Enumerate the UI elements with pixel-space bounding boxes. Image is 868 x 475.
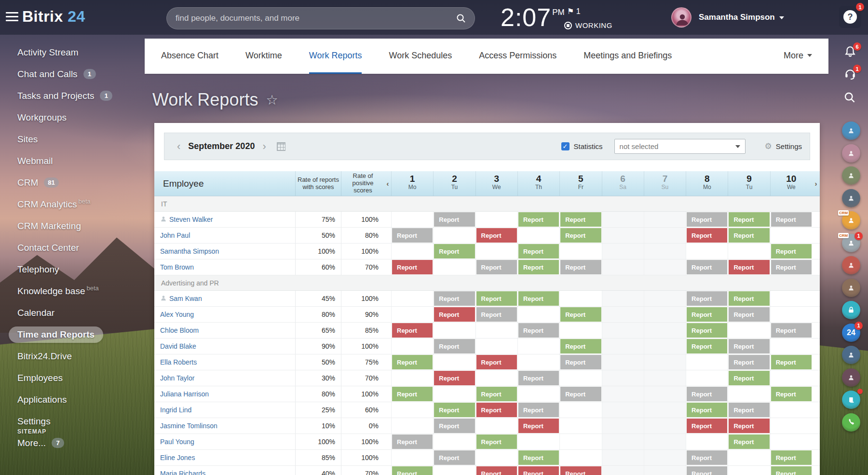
tab-worktime[interactable]: Worktime	[245, 39, 282, 74]
rail-item-b24-9[interactable]: 241	[842, 324, 860, 342]
sidebar-item-workgroups[interactable]: Workgroups	[17, 107, 145, 128]
user-avatar[interactable]	[671, 7, 692, 27]
sidebar-item-crm-marketing[interactable]: CRM Marketing	[17, 215, 145, 237]
report-link-gray[interactable]: Report	[729, 355, 769, 369]
report-link-gray[interactable]: Report	[687, 260, 727, 274]
report-link-green[interactable]: Report	[476, 434, 517, 449]
report-link-green[interactable]: Report	[392, 466, 433, 475]
report-link-red[interactable]: Report	[434, 371, 475, 385]
report-link-green[interactable]: Report	[729, 228, 769, 243]
employee-name-cell[interactable]: Sam Kwan	[154, 291, 295, 306]
employee-name-cell[interactable]: John Taylor	[154, 370, 295, 386]
sidebar-item-chat-and-calls[interactable]: Chat and Calls1	[17, 63, 145, 85]
favorite-star-icon[interactable]: ☆	[266, 92, 278, 108]
report-link-red[interactable]: Report	[518, 419, 559, 433]
report-link-gray[interactable]: Report	[687, 466, 727, 475]
notifications-button[interactable]: 6	[844, 45, 856, 60]
report-link-green[interactable]: Report	[434, 244, 475, 258]
sidebar-item-telephony[interactable]: Telephony	[17, 258, 145, 280]
employee-name-cell[interactable]: Samantha Simpson	[154, 244, 295, 259]
employee-name-cell[interactable]: Alex Young	[154, 307, 295, 322]
employee-name-link[interactable]: Ella Roberts	[160, 358, 197, 366]
report-link-green[interactable]: Report	[560, 307, 601, 322]
report-link-green[interactable]: Report	[687, 339, 727, 353]
report-link-red[interactable]: Report	[729, 260, 769, 274]
employee-name-cell[interactable]: Paul Young	[154, 434, 295, 449]
report-link-red[interactable]: Report	[476, 355, 517, 369]
rail-item-avatar-7[interactable]	[842, 279, 860, 297]
tab-access-permissions[interactable]: Access Permissions	[479, 39, 556, 74]
rail-search-button[interactable]	[844, 92, 855, 105]
help-button[interactable]: ? 1	[839, 6, 861, 28]
report-link-gray[interactable]: Report	[729, 339, 769, 353]
sidebar-item-crm[interactable]: CRM81	[17, 172, 145, 193]
rail-item-phone-13[interactable]	[842, 413, 860, 432]
report-link-green[interactable]: Report	[771, 355, 812, 369]
report-link-gray[interactable]: Report	[518, 403, 559, 417]
employee-name-cell[interactable]: Tom Brown	[154, 259, 295, 275]
employee-name-link[interactable]: David Blake	[160, 342, 196, 350]
report-link-green[interactable]: Report	[729, 291, 769, 306]
scroll-days-right-button[interactable]: ›	[812, 171, 820, 196]
employee-name-link[interactable]: Maria Richards	[160, 470, 205, 475]
report-link-gray[interactable]: Report	[729, 307, 769, 322]
bitrix24-logo[interactable]: Bitrix 24	[22, 8, 85, 26]
report-link-green[interactable]: Report	[687, 307, 727, 322]
report-link-green[interactable]: Report	[771, 450, 812, 465]
report-link-red[interactable]: Report	[476, 466, 517, 475]
employee-name-cell[interactable]: Ingrid Lind	[154, 402, 295, 418]
sidebar-item-calendar[interactable]: Calendar	[17, 302, 145, 324]
report-link-green[interactable]: Report	[518, 260, 559, 274]
report-link-red[interactable]: Report	[687, 228, 727, 243]
employee-name-link[interactable]: Tom Brown	[160, 263, 194, 271]
sidebar-item-knowledge-base[interactable]: Knowledge basebeta	[17, 280, 145, 302]
employee-name-cell[interactable]: Jasmine Tomlinson	[154, 418, 295, 434]
rail-item-lock-8[interactable]	[842, 301, 860, 319]
tab-work-reports[interactable]: Work Reports	[309, 39, 362, 74]
rail-item-avatar-3[interactable]	[842, 189, 860, 207]
flag-counter[interactable]: ⚑ 1	[567, 7, 581, 16]
report-link-green[interactable]: Report	[729, 434, 769, 449]
user-name-menu[interactable]: Samantha Simpson	[699, 13, 784, 22]
report-link-red[interactable]: Report	[560, 466, 601, 475]
tab-work-schedules[interactable]: Work Schedules	[389, 39, 452, 74]
report-link-green[interactable]: Report	[771, 466, 812, 475]
report-link-green[interactable]: Report	[771, 387, 812, 401]
report-link-gray[interactable]: Report	[434, 419, 475, 433]
sidebar-item-webmail[interactable]: Webmail	[17, 150, 145, 172]
gear-icon[interactable]: ⚙	[765, 141, 772, 151]
employee-name-link[interactable]: Sam Kwan	[169, 295, 202, 302]
sidebar-item-applications[interactable]: Applications	[17, 389, 145, 410]
report-link-gray[interactable]: Report	[560, 260, 601, 274]
sidebar-item-more[interactable]: More...7	[17, 432, 145, 454]
report-link-green[interactable]: Report	[560, 339, 601, 353]
report-link-gray[interactable]: Report	[392, 434, 433, 449]
search-icon[interactable]	[456, 14, 466, 23]
report-link-gray[interactable]: Report	[771, 323, 812, 338]
employee-name-link[interactable]: Ingrid Lind	[160, 406, 191, 414]
report-link-gray[interactable]: Report	[434, 339, 475, 353]
report-link-gray[interactable]: Report	[476, 260, 517, 274]
employee-name-cell[interactable]: Chloe Bloom	[154, 323, 295, 338]
report-link-gray[interactable]: Report	[729, 403, 769, 417]
report-link-gray[interactable]: Report	[771, 260, 812, 274]
rail-item-avatar-10[interactable]	[842, 346, 860, 364]
report-link-red[interactable]: Report	[392, 323, 433, 338]
report-link-gray[interactable]: Report	[560, 355, 601, 369]
filter-select[interactable]: not selected	[614, 139, 746, 154]
sidebar-item-time-and-reports[interactable]: Time and Reports	[17, 324, 145, 345]
report-link-red[interactable]: Report	[392, 260, 433, 274]
next-month-button[interactable]: ›	[258, 140, 271, 153]
report-link-green[interactable]: Report	[687, 323, 727, 338]
report-link-gray[interactable]: Report	[687, 291, 727, 306]
statistics-checkbox[interactable]: ✓	[561, 142, 570, 150]
employee-name-cell[interactable]: David Blake	[154, 339, 295, 354]
rail-item-avatar-11[interactable]	[842, 368, 860, 387]
report-link-green[interactable]: Report	[729, 212, 769, 227]
sidebar-item-contact-center[interactable]: Contact Center	[17, 237, 145, 258]
report-link-green[interactable]: Report	[560, 212, 601, 227]
report-link-gray[interactable]: Report	[518, 371, 559, 385]
report-link-gray[interactable]: Report	[687, 212, 727, 227]
working-status[interactable]: WORKING	[564, 21, 612, 29]
report-link-red[interactable]: Report	[518, 466, 559, 475]
